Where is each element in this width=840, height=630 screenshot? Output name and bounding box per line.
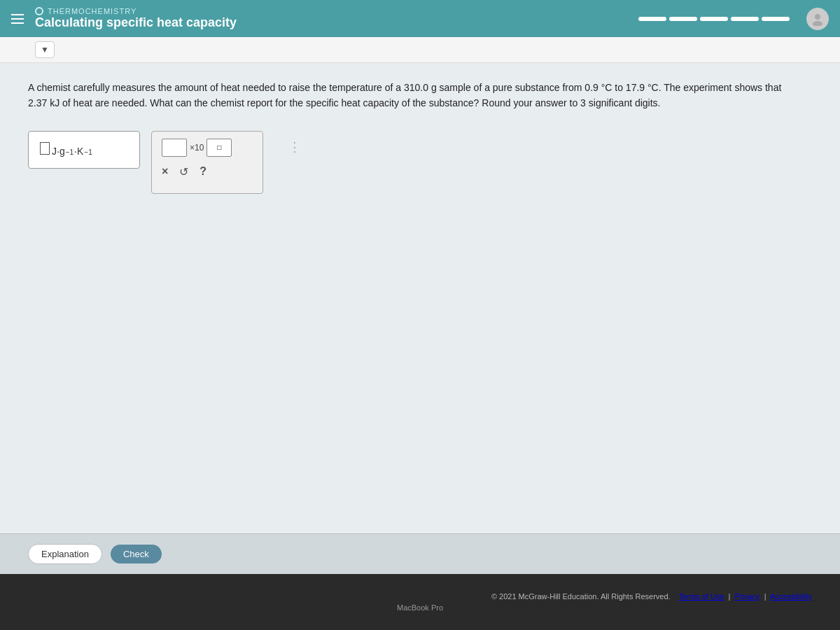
chevron-down-icon: ▼ <box>41 45 49 55</box>
sci-notation-row: ×10 □ <box>162 139 232 157</box>
unit-sup2: −1 <box>84 148 92 156</box>
copyright-text: © 2021 McGraw-Hill Education. All Rights… <box>491 592 671 601</box>
bottom-action-bar: Explanation Check <box>0 533 840 574</box>
collapse-button[interactable]: ▼ <box>35 41 55 58</box>
unit-inner: J·g−1 ·K−1 <box>40 142 92 157</box>
chevron-bar: ▼ <box>0 37 840 63</box>
svg-point-0 <box>815 14 820 20</box>
page-title: Calculating specific heat capacity <box>35 15 237 30</box>
terms-of-use-link[interactable]: Terms of Use <box>679 592 724 601</box>
unit-text: J·g <box>52 146 65 157</box>
topic-circle-icon <box>35 7 43 15</box>
undo-button[interactable]: ↺ <box>179 165 188 178</box>
unit-sup1: −1 <box>66 148 74 156</box>
progress-seg-5 <box>762 17 790 21</box>
x10-label: ×10 <box>190 143 204 153</box>
privacy-link[interactable]: Privacy <box>735 592 760 601</box>
explanation-button[interactable]: Explanation <box>28 544 102 564</box>
main-content: A chemist carefully measures the amount … <box>0 63 840 539</box>
progress-seg-3 <box>700 17 728 21</box>
footer: © 2021 McGraw-Hill Education. All Rights… <box>0 574 840 630</box>
unit-display: J·g−1 ·K−1 <box>28 131 140 169</box>
action-buttons-row: × ↺ ? <box>162 165 206 178</box>
header-topic: THERMOCHEMISTRY <box>48 7 136 15</box>
progress-seg-1 <box>638 17 666 21</box>
clear-button[interactable]: × <box>162 165 168 178</box>
svg-point-1 <box>813 21 822 26</box>
colon-separator: ⋮ <box>288 131 301 155</box>
unit-text2: ·K <box>74 146 83 157</box>
device-label: MacBook Pro <box>0 603 840 612</box>
hint-button[interactable]: ? <box>200 165 206 178</box>
hamburger-icon[interactable] <box>11 14 24 24</box>
header-subtitle: THERMOCHEMISTRY <box>35 7 237 15</box>
check-button[interactable]: Check <box>111 545 162 564</box>
header-title-section: THERMOCHEMISTRY Calculating specific hea… <box>35 7 237 30</box>
progress-seg-4 <box>731 17 759 21</box>
input-cursor-box <box>40 142 50 155</box>
accessibility-link[interactable]: Accessibility <box>770 592 812 601</box>
answer-row: J·g−1 ·K−1 ×10 □ × ↺ ? ⋮ <box>28 131 812 194</box>
problem-text: A chemist carefully measures the amount … <box>28 80 798 111</box>
header-progress <box>638 17 790 21</box>
header-bar: THERMOCHEMISTRY Calculating specific hea… <box>0 0 840 37</box>
exponent-box-inner: □ <box>217 144 221 151</box>
avatar[interactable] <box>806 8 829 30</box>
mantissa-input-box[interactable] <box>162 139 187 157</box>
exponent-input-box[interactable]: □ <box>206 139 232 157</box>
footer-copyright: © 2021 McGraw-Hill Education. All Rights… <box>0 592 840 601</box>
answer-panel: ×10 □ × ↺ ? <box>151 131 263 194</box>
progress-seg-2 <box>669 17 697 21</box>
